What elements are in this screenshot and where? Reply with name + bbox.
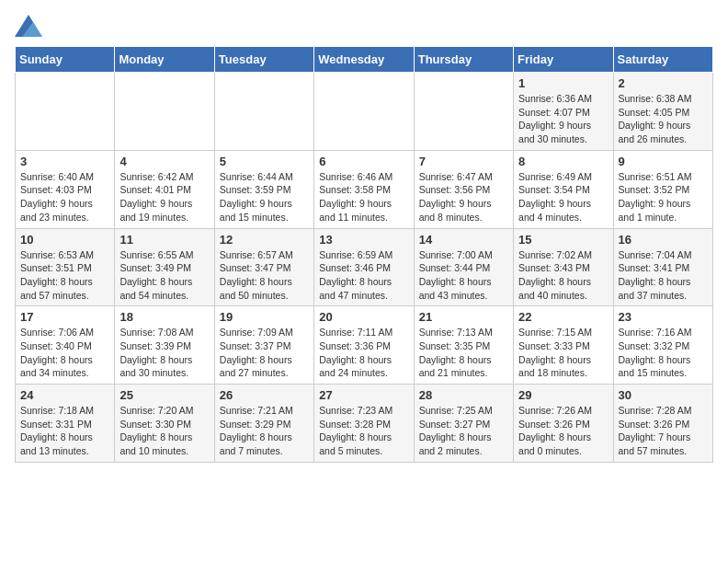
day-number: 13 [319, 233, 408, 247]
day-info: Sunrise: 7:18 AM Sunset: 3:31 PM Dayligh… [20, 404, 109, 458]
day-info: Sunrise: 7:04 AM Sunset: 3:41 PM Dayligh… [619, 248, 708, 303]
day-info: Sunrise: 6:51 AM Sunset: 3:52 PM Dayligh… [619, 170, 708, 224]
calendar-cell: 8Sunrise: 6:49 AM Sunset: 3:54 PM Daylig… [514, 150, 613, 228]
day-info: Sunrise: 6:36 AM Sunset: 4:07 PM Dayligh… [518, 92, 608, 146]
day-info: Sunrise: 6:40 AM Sunset: 4:03 PM Dayligh… [20, 170, 109, 224]
day-info: Sunrise: 6:57 AM Sunset: 3:47 PM Dayligh… [220, 248, 309, 303]
calendar-cell [314, 73, 414, 151]
day-number: 1 [518, 76, 608, 90]
day-info: Sunrise: 6:47 AM Sunset: 3:56 PM Dayligh… [419, 170, 508, 224]
day-info: Sunrise: 7:20 AM Sunset: 3:30 PM Dayligh… [119, 404, 209, 458]
day-number: 3 [20, 155, 109, 168]
weekday-header-monday: Monday [115, 47, 214, 73]
calendar-cell: 30Sunrise: 7:28 AM Sunset: 3:26 PM Dayli… [613, 385, 712, 463]
day-number: 30 [619, 388, 708, 402]
calendar-cell: 5Sunrise: 6:44 AM Sunset: 3:59 PM Daylig… [214, 150, 313, 228]
day-info: Sunrise: 7:09 AM Sunset: 3:37 PM Dayligh… [220, 326, 309, 380]
calendar-cell: 2Sunrise: 6:38 AM Sunset: 4:05 PM Daylig… [613, 73, 712, 151]
weekday-header-tuesday: Tuesday [214, 47, 313, 73]
day-number: 28 [419, 388, 508, 402]
header [15, 15, 713, 37]
day-info: Sunrise: 7:15 AM Sunset: 3:33 PM Dayligh… [518, 326, 608, 380]
day-info: Sunrise: 7:11 AM Sunset: 3:36 PM Dayligh… [319, 326, 408, 380]
day-number: 4 [119, 155, 209, 168]
day-info: Sunrise: 6:53 AM Sunset: 3:51 PM Dayligh… [20, 248, 109, 303]
calendar-cell: 26Sunrise: 7:21 AM Sunset: 3:29 PM Dayli… [214, 385, 313, 463]
calendar-cell: 14Sunrise: 7:00 AM Sunset: 3:44 PM Dayli… [414, 228, 513, 306]
day-number: 20 [319, 310, 408, 324]
day-info: Sunrise: 6:44 AM Sunset: 3:59 PM Dayligh… [220, 170, 309, 224]
day-info: Sunrise: 7:02 AM Sunset: 3:43 PM Dayligh… [518, 248, 608, 303]
day-info: Sunrise: 7:16 AM Sunset: 3:32 PM Dayligh… [619, 326, 708, 380]
calendar-week-1: 1Sunrise: 6:36 AM Sunset: 4:07 PM Daylig… [16, 73, 713, 151]
calendar-week-4: 17Sunrise: 7:06 AM Sunset: 3:40 PM Dayli… [16, 306, 713, 385]
day-number: 18 [119, 310, 209, 324]
day-info: Sunrise: 7:26 AM Sunset: 3:26 PM Dayligh… [518, 404, 608, 458]
day-number: 14 [419, 233, 508, 247]
calendar-cell: 4Sunrise: 6:42 AM Sunset: 4:01 PM Daylig… [115, 150, 214, 228]
day-info: Sunrise: 6:38 AM Sunset: 4:05 PM Dayligh… [619, 92, 708, 146]
calendar-week-5: 24Sunrise: 7:18 AM Sunset: 3:31 PM Dayli… [16, 385, 713, 463]
weekday-header-wednesday: Wednesday [314, 47, 414, 73]
day-number: 17 [20, 310, 109, 324]
day-number: 9 [619, 155, 708, 168]
calendar-cell: 17Sunrise: 7:06 AM Sunset: 3:40 PM Dayli… [16, 306, 115, 385]
day-info: Sunrise: 6:42 AM Sunset: 4:01 PM Dayligh… [119, 170, 209, 224]
day-number: 12 [220, 233, 309, 247]
day-number: 29 [518, 388, 608, 402]
day-info: Sunrise: 7:00 AM Sunset: 3:44 PM Dayligh… [419, 248, 508, 303]
day-number: 27 [319, 388, 408, 402]
calendar-cell: 18Sunrise: 7:08 AM Sunset: 3:39 PM Dayli… [115, 306, 214, 385]
calendar-week-2: 3Sunrise: 6:40 AM Sunset: 4:03 PM Daylig… [16, 150, 713, 228]
day-info: Sunrise: 6:49 AM Sunset: 3:54 PM Dayligh… [518, 170, 608, 224]
day-number: 26 [220, 388, 309, 402]
day-info: Sunrise: 7:06 AM Sunset: 3:40 PM Dayligh… [20, 326, 109, 380]
day-number: 21 [419, 310, 508, 324]
day-number: 10 [20, 233, 109, 247]
calendar-cell: 10Sunrise: 6:53 AM Sunset: 3:51 PM Dayli… [16, 228, 115, 306]
weekday-header-saturday: Saturday [613, 47, 712, 73]
calendar-cell: 13Sunrise: 6:59 AM Sunset: 3:46 PM Dayli… [314, 228, 414, 306]
calendar-cell: 11Sunrise: 6:55 AM Sunset: 3:49 PM Dayli… [115, 228, 214, 306]
calendar-cell: 29Sunrise: 7:26 AM Sunset: 3:26 PM Dayli… [514, 385, 613, 463]
calendar-cell: 24Sunrise: 7:18 AM Sunset: 3:31 PM Dayli… [16, 385, 115, 463]
day-number: 5 [220, 155, 309, 168]
calendar-cell: 27Sunrise: 7:23 AM Sunset: 3:28 PM Dayli… [314, 385, 414, 463]
calendar-cell: 19Sunrise: 7:09 AM Sunset: 3:37 PM Dayli… [214, 306, 313, 385]
day-info: Sunrise: 6:59 AM Sunset: 3:46 PM Dayligh… [319, 248, 408, 303]
day-number: 23 [619, 310, 708, 324]
day-number: 19 [220, 310, 309, 324]
calendar-week-3: 10Sunrise: 6:53 AM Sunset: 3:51 PM Dayli… [16, 228, 713, 306]
day-info: Sunrise: 7:25 AM Sunset: 3:27 PM Dayligh… [419, 404, 508, 458]
calendar-cell: 28Sunrise: 7:25 AM Sunset: 3:27 PM Dayli… [414, 385, 513, 463]
calendar-cell: 21Sunrise: 7:13 AM Sunset: 3:35 PM Dayli… [414, 306, 513, 385]
weekday-header-sunday: Sunday [16, 47, 115, 73]
day-info: Sunrise: 7:23 AM Sunset: 3:28 PM Dayligh… [319, 404, 408, 458]
day-number: 25 [119, 388, 209, 402]
day-info: Sunrise: 7:28 AM Sunset: 3:26 PM Dayligh… [619, 404, 708, 458]
day-number: 15 [518, 233, 608, 247]
calendar-cell: 25Sunrise: 7:20 AM Sunset: 3:30 PM Dayli… [115, 385, 214, 463]
day-number: 11 [119, 233, 209, 247]
day-number: 6 [319, 155, 408, 168]
calendar-cell [16, 73, 115, 151]
day-number: 22 [518, 310, 608, 324]
calendar-cell: 12Sunrise: 6:57 AM Sunset: 3:47 PM Dayli… [214, 228, 313, 306]
day-info: Sunrise: 7:13 AM Sunset: 3:35 PM Dayligh… [419, 326, 508, 380]
day-info: Sunrise: 6:55 AM Sunset: 3:49 PM Dayligh… [119, 248, 209, 303]
day-number: 8 [518, 155, 608, 168]
calendar-cell: 15Sunrise: 7:02 AM Sunset: 3:43 PM Dayli… [514, 228, 613, 306]
day-info: Sunrise: 7:21 AM Sunset: 3:29 PM Dayligh… [220, 404, 309, 458]
day-info: Sunrise: 7:08 AM Sunset: 3:39 PM Dayligh… [119, 326, 209, 380]
day-info: Sunrise: 6:46 AM Sunset: 3:58 PM Dayligh… [319, 170, 408, 224]
logo [15, 15, 46, 37]
calendar-cell [214, 73, 313, 151]
calendar-cell: 23Sunrise: 7:16 AM Sunset: 3:32 PM Dayli… [613, 306, 712, 385]
weekday-header-row: SundayMondayTuesdayWednesdayThursdayFrid… [16, 47, 713, 73]
day-number: 7 [419, 155, 508, 168]
calendar-cell: 9Sunrise: 6:51 AM Sunset: 3:52 PM Daylig… [613, 150, 712, 228]
day-number: 16 [619, 233, 708, 247]
calendar-cell: 20Sunrise: 7:11 AM Sunset: 3:36 PM Dayli… [314, 306, 414, 385]
calendar-cell: 16Sunrise: 7:04 AM Sunset: 3:41 PM Dayli… [613, 228, 712, 306]
logo-icon [15, 15, 42, 37]
